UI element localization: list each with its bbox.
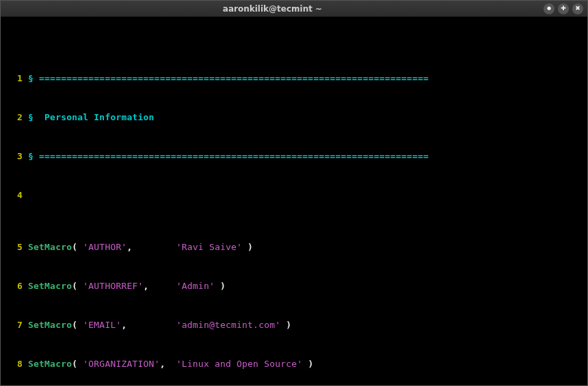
titlebar: aaronkilik@tecmint ~ ● ✚ ✖ [1, 1, 587, 17]
window-title: aaronkilik@tecmint ~ [5, 4, 540, 14]
line-number: 4 [5, 189, 23, 202]
minimize-icon: ● [547, 6, 551, 11]
section-glyph: § [28, 151, 34, 161]
line-number: 6 [5, 279, 23, 292]
fn-name: SetMacro [28, 242, 72, 252]
macro-val: 'Admin' [176, 281, 215, 291]
divider: ========================================… [39, 151, 429, 161]
line-number: 7 [5, 318, 23, 331]
line-number: 1 [5, 72, 23, 85]
code-line[interactable]: 3§ =====================================… [5, 150, 583, 163]
divider: ========================================… [39, 73, 429, 83]
code-line[interactable]: 6SetMacro( 'AUTHORREF', 'Admin' ) [5, 279, 583, 292]
macro-key: 'ORGANIZATION' [83, 359, 159, 369]
code-line[interactable]: 2§ Personal Information [5, 111, 583, 124]
line-number: 5 [5, 240, 23, 253]
code-line[interactable]: 4 [5, 189, 583, 202]
section-glyph: § [28, 112, 34, 122]
line-number: 2 [5, 111, 23, 124]
code-line[interactable]: 8SetMacro( 'ORGANIZATION', 'Linux and Op… [5, 357, 583, 370]
fn-name: SetMacro [28, 281, 72, 291]
line-number: 8 [5, 357, 23, 370]
minimize-button[interactable]: ● [544, 3, 554, 14]
macro-key: 'AUTHORREF' [83, 281, 143, 291]
maximize-button[interactable]: ✚ [558, 3, 569, 14]
section-glyph: § [28, 73, 34, 83]
code-line[interactable]: 1§ =====================================… [5, 72, 583, 85]
macro-val: 'admin@tecmint.com' [176, 320, 281, 330]
fn-name: SetMacro [28, 359, 72, 369]
close-button[interactable]: ✖ [572, 3, 583, 14]
terminal-body[interactable]: 1§ =====================================… [1, 17, 587, 385]
fn-name: SetMacro [28, 320, 72, 330]
line-number: 3 [5, 150, 23, 163]
macro-key: 'EMAIL' [83, 320, 121, 330]
close-icon: ✖ [575, 5, 580, 12]
section-title: Personal Information [44, 112, 155, 122]
terminal-window: aaronkilik@tecmint ~ ● ✚ ✖ 1§ ==========… [0, 0, 588, 386]
code-line[interactable]: 7SetMacro( 'EMAIL', 'admin@tecmint.com' … [5, 318, 583, 331]
macro-key: 'AUTHOR' [83, 242, 126, 252]
maximize-icon: ✚ [561, 5, 566, 12]
code-line[interactable]: 5SetMacro( 'AUTHOR', 'Ravi Saive' ) [5, 240, 583, 253]
macro-val: 'Ravi Saive' [176, 242, 242, 252]
macro-val: 'Linux and Open Source' [176, 359, 303, 369]
